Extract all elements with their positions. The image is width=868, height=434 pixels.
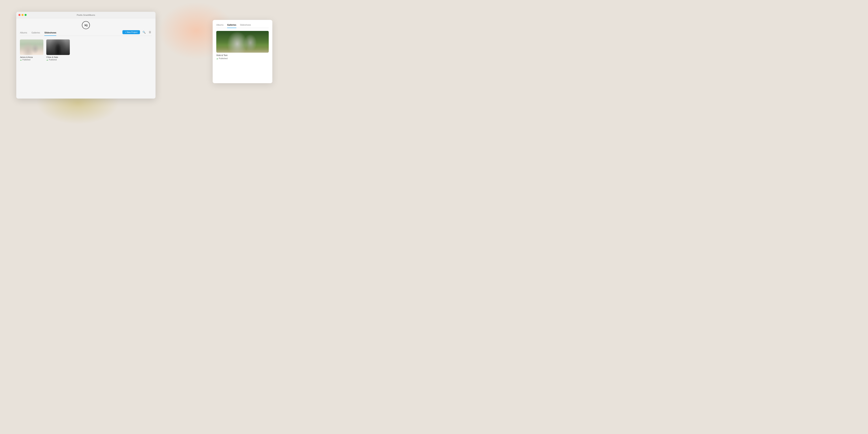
toolbar-right: + New Project 🔍 ☰ (122, 30, 152, 34)
project-status-chloe-nate: ☁ Published (46, 59, 70, 61)
window-title: Pixellu SmartAlbums (77, 14, 95, 16)
traffic-light-yellow[interactable] (22, 14, 24, 16)
search-icon: 🔍 (143, 31, 146, 34)
window-titlebar: Pixellu SmartAlbums (16, 12, 156, 18)
cloud-icon-chloe-nate: ☁ (46, 59, 48, 61)
traffic-lights (19, 14, 27, 16)
tab-albums[interactable]: Albums (20, 31, 27, 36)
secondary-tabs: Albums Galleries Slideshows (216, 24, 269, 28)
project-card-chloe-nate[interactable]: Chloe & Nate ☁ Published (46, 39, 70, 61)
project-name-james-anna: James & Anna (20, 56, 43, 58)
status-label-chloe-nate: Published (49, 59, 57, 61)
gallery-name-vicki-toni: Vicki & Toni (216, 54, 269, 57)
cloud-icon-james-anna: ☁ (20, 59, 22, 61)
project-status-james-anna: ☁ Published (20, 59, 43, 61)
tab-slideshows[interactable]: Slideshows (44, 31, 56, 36)
app-logo: SQ (20, 18, 152, 31)
new-project-button[interactable]: + New Project (122, 30, 140, 34)
projects-grid: James & Anna ☁ Published Chloe & Nate ☁ … (20, 39, 152, 61)
main-window: Pixellu SmartAlbums SQ Albums Galleries … (16, 12, 156, 98)
window-body: SQ Albums Galleries Slideshows + New Pro… (16, 18, 156, 64)
sec-tab-albums[interactable]: Albums (216, 24, 223, 28)
tab-galleries[interactable]: Galleries (31, 31, 40, 36)
traffic-light-green[interactable] (25, 14, 27, 16)
logo-circle: SQ (82, 21, 90, 29)
project-thumb-chloe-nate (46, 39, 70, 55)
status-label-vicki-toni: Published (219, 57, 227, 60)
project-name-chloe-nate: Chloe & Nate (46, 56, 70, 58)
gallery-card-vicki-toni[interactable]: Vicki & Toni ☁ Published (216, 31, 269, 60)
gallery-thumb-vicki-toni (216, 31, 269, 53)
filter-icon: ☰ (149, 31, 151, 34)
sec-tab-galleries[interactable]: Galleries (227, 24, 236, 28)
sec-tab-slideshows[interactable]: Slideshows (240, 24, 251, 28)
traffic-light-red[interactable] (19, 14, 21, 16)
project-card-james-anna[interactable]: James & Anna ☁ Published (20, 39, 43, 61)
filter-button[interactable]: ☰ (148, 30, 152, 34)
secondary-window: Albums Galleries Slideshows Vicki & Toni… (213, 20, 272, 83)
gallery-status-vicki-toni: ☁ Published (216, 57, 269, 60)
cloud-icon-vicki-toni: ☁ (216, 58, 218, 60)
project-thumb-james-anna (20, 39, 43, 55)
status-label-james-anna: Published (23, 59, 30, 61)
main-tabs-row: Albums Galleries Slideshows + New Projec… (20, 31, 152, 36)
search-button[interactable]: 🔍 (142, 30, 146, 34)
